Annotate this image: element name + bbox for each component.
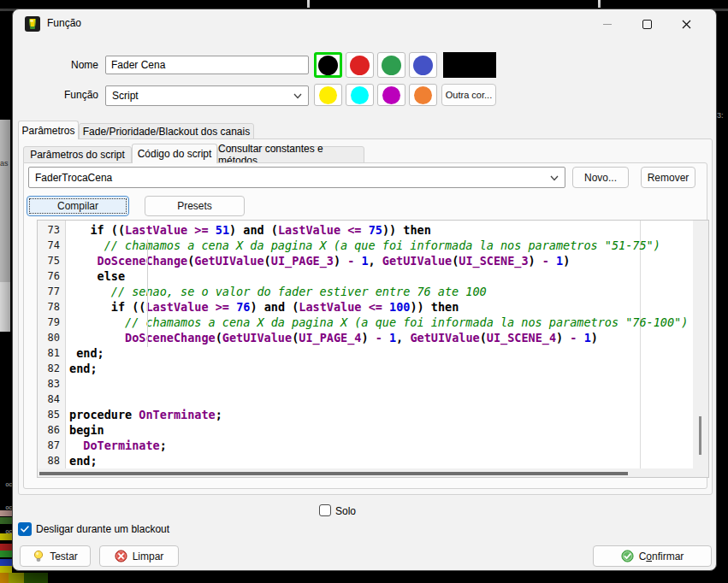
code-line: end;: [69, 453, 98, 468]
color-dot: [350, 56, 370, 75]
tab-label: Código do script: [138, 148, 212, 160]
line-number: 86: [48, 422, 60, 438]
background-color-block: [0, 573, 9, 583]
background-color-block: [0, 533, 12, 540]
tab-fade-prioridade-blackout[interactable]: Fade/Prioridade/Blackout dos canais: [79, 123, 254, 139]
title-bar[interactable]: Função: [13, 9, 716, 38]
code-line: DoSceneChange(GetUIValue(UI_PAGE_4) - 1,…: [69, 330, 598, 345]
color-palette-row-2: [314, 84, 437, 106]
nome-input[interactable]: [105, 56, 309, 74]
code-line: if ((LastValue >= 51) and (LastValue <= …: [69, 222, 431, 238]
code-line: // senao, se o valor do fader estiver en…: [69, 284, 487, 299]
color-swatch[interactable]: [409, 84, 437, 106]
code-line: DoTerminate;: [69, 438, 167, 453]
horizontal-scrollbar[interactable]: [38, 470, 709, 478]
color-swatch[interactable]: [346, 84, 374, 106]
line-number: 87: [48, 438, 60, 453]
script-selected-value: FaderTrocaCena: [35, 172, 112, 184]
funcao-dialog: Função Nome Função Script Outra cor...: [12, 9, 717, 571]
maximize-icon: [642, 20, 652, 29]
tab-label: Parâmetros: [21, 125, 74, 137]
tab-parametros-do-script[interactable]: Parâmetros do script: [23, 146, 132, 163]
code-line: end;: [69, 361, 98, 376]
line-number: 77: [48, 284, 60, 299]
close-button[interactable]: [666, 9, 706, 38]
window-title: Função: [47, 17, 81, 29]
confirmar-label: Confirmar: [639, 551, 684, 562]
tab-label: Parâmetros do script: [30, 149, 125, 161]
code-line: procedure OnTerminate;: [69, 407, 222, 422]
remover-label: Remover: [648, 172, 690, 184]
confirmar-button[interactable]: Confirmar: [593, 545, 712, 567]
blackout-label: Desligar durante um blackout: [36, 523, 169, 535]
outra-cor-button[interactable]: Outra cor...: [441, 84, 496, 106]
testar-label: Testar: [50, 551, 78, 562]
lightbulb-icon: [33, 550, 44, 562]
color-swatch[interactable]: [377, 84, 405, 106]
line-number: 75: [48, 253, 60, 268]
compilar-button[interactable]: Compilar: [27, 196, 129, 216]
testar-button[interactable]: Testar: [20, 545, 91, 567]
compilar-label: Compilar: [57, 200, 98, 212]
code-line: DoSceneChange(GetUIValue(UI_PAGE_3) - 1,…: [69, 253, 570, 268]
outra-cor-label: Outra cor...: [446, 90, 492, 100]
code-line: else: [69, 268, 125, 284]
line-number: 76: [48, 268, 60, 284]
line-number: 88: [48, 453, 60, 468]
close-icon: [682, 20, 691, 29]
background-panel-strip: [0, 120, 10, 282]
novo-button[interactable]: Novo...: [572, 167, 629, 188]
selected-color-preview: [443, 52, 496, 78]
color-dot: [382, 56, 401, 75]
code-area[interactable]: if ((LastValue >= 51) and (LastValue <= …: [66, 221, 693, 468]
script-select[interactable]: FaderTrocaCena: [28, 167, 565, 188]
tab-consultar-constantes-metodos[interactable]: Consultar constantes e métodos: [217, 146, 364, 163]
check-icon: [21, 526, 29, 533]
funcao-label: Função: [38, 89, 98, 101]
color-swatch[interactable]: [409, 52, 437, 78]
line-number: 80: [48, 330, 60, 345]
funcao-select[interactable]: Script: [105, 85, 309, 106]
background-color-block: [0, 559, 12, 566]
presets-button[interactable]: Presets: [145, 196, 245, 216]
presets-label: Presets: [177, 200, 212, 212]
blackout-checkbox[interactable]: [18, 522, 32, 536]
solo-checkbox[interactable]: [319, 504, 331, 516]
color-swatch[interactable]: [346, 52, 374, 78]
background-color-block: [9, 573, 24, 583]
color-palette-row-1: [314, 52, 437, 78]
background-tick-mark: [307, 0, 310, 8]
chevron-down-icon: [550, 175, 559, 181]
line-number: 78: [48, 299, 60, 315]
color-dot: [319, 86, 337, 104]
maximize-button[interactable]: [627, 9, 666, 38]
tab-codigo-do-script[interactable]: Código do script: [132, 144, 217, 163]
color-swatch[interactable]: [314, 52, 342, 78]
script-code-editor[interactable]: 73747576777879808182838485868788 if ((La…: [37, 220, 709, 478]
color-swatch[interactable]: [377, 52, 405, 78]
limpar-button[interactable]: Limpar: [99, 545, 179, 567]
minimize-button[interactable]: [588, 9, 627, 38]
line-number: 79: [48, 315, 60, 330]
checkbox-box: [319, 504, 331, 516]
tab-parametros[interactable]: Parâmetros: [18, 121, 79, 139]
line-number-gutter: 73747576777879808182838485868788: [38, 221, 66, 468]
background-text-fragment: as: [0, 159, 9, 168]
checkbox-box: [18, 522, 32, 536]
horizontal-scrollbar-thumb[interactable]: [39, 472, 628, 475]
line-number: 73: [48, 222, 60, 238]
remover-button[interactable]: Remover: [641, 167, 695, 188]
color-dot: [318, 56, 338, 75]
color-dot: [351, 86, 369, 104]
background-color-block: [24, 573, 48, 583]
background-text-fragment: oc: [0, 504, 12, 510]
color-swatch[interactable]: [314, 84, 342, 106]
novo-label: Novo...: [584, 172, 617, 184]
line-number: 74: [48, 238, 60, 253]
solo-label: Solo: [335, 505, 356, 517]
color-dot: [413, 56, 433, 75]
minimize-icon: [603, 24, 612, 25]
line-number: 81: [48, 345, 60, 361]
vertical-scrollbar-thumb[interactable]: [699, 416, 701, 455]
background-tick-mark: [598, 0, 601, 8]
